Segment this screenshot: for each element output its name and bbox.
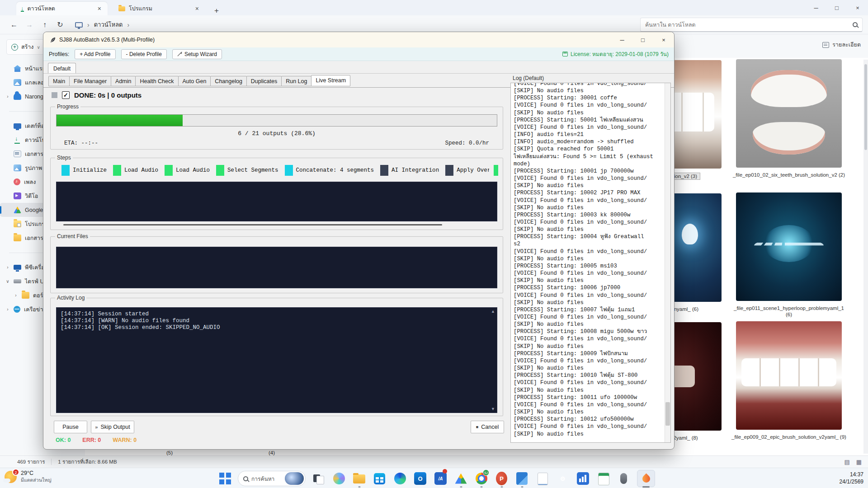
log-line: [VOICE] Found 0 files in vdo_long_sound/ <box>514 423 669 430</box>
log-line: [SKIP] No audio files <box>514 255 669 263</box>
sidebar-item-icon <box>14 65 21 72</box>
forward-icon[interactable]: → <box>22 21 37 29</box>
breadcrumb[interactable]: › ดาวน์โหลด › <box>75 20 129 29</box>
refresh-icon[interactable]: ↻ <box>52 20 68 29</box>
cancel-button[interactable]: ■ Cancel <box>471 421 504 433</box>
delete-profile-button[interactable]: - Delete Profile <box>121 49 167 59</box>
file-item[interactable]: _file_ep009_02_epic_brush_solution_v2yam… <box>729 321 849 440</box>
file-caption-fragment: (5) <box>166 450 173 455</box>
setup-wizard-button[interactable]: Setup Wizard <box>172 49 222 59</box>
expander-icon[interactable]: › <box>5 94 10 99</box>
list-view-icon[interactable]: ▤ <box>844 459 849 465</box>
ms-store-icon[interactable] <box>373 470 387 487</box>
app-titlebar[interactable]: SJ88 AutoBatch v26.5.3 (Multi-Profile) ─… <box>43 32 674 47</box>
app-tab[interactable]: Admin <box>111 76 136 86</box>
file-explorer-icon[interactable] <box>352 470 366 487</box>
up-icon[interactable]: ↑ <box>37 21 52 29</box>
app-tab[interactable]: Changelog <box>210 76 246 86</box>
task-view-icon[interactable] <box>311 470 326 487</box>
file-caption[interactable]: _file_ep009_02_epic_brush_solution_v2yam… <box>729 434 849 440</box>
app-tab[interactable]: Live Stream <box>311 75 350 86</box>
steps-group: Steps Initialize Load Audio L <box>50 158 503 230</box>
log-scrollbar-thumb[interactable] <box>665 402 670 426</box>
file-item[interactable]: _file_ep010_02_six_teeth_brush_solution_… <box>729 59 849 178</box>
outlook-icon[interactable]: O <box>413 470 427 487</box>
chrome-profile-icon[interactable]: SJ <box>474 470 488 487</box>
log-scrollbar[interactable] <box>665 83 670 442</box>
expander-icon[interactable]: › <box>5 307 10 312</box>
explorer-search[interactable] <box>640 18 863 32</box>
mouse-utility-icon[interactable] <box>617 470 631 487</box>
expander-icon[interactable]: ∨ <box>5 279 10 284</box>
done-checkbox[interactable]: ✓ <box>62 91 70 99</box>
taskbar-clock[interactable]: 14:37 24/1/2569 <box>840 471 863 485</box>
powerpoint-icon[interactable]: P <box>495 470 509 487</box>
log-line: [PROCESS] Starting: 10011 ufo 100000w <box>514 394 669 401</box>
sidebar-item-icon <box>14 206 21 213</box>
sidebar-item-icon <box>14 192 21 199</box>
file-caption[interactable]: _file_ep011_scene1_hyperloop_problemyaml… <box>729 305 849 318</box>
copilot-icon[interactable] <box>332 470 346 487</box>
app-tab[interactable]: Duplicates <box>246 76 282 86</box>
taskbar-search-label: การค้นหา <box>251 474 282 483</box>
file-caption[interactable]: _file_ep010_02_six_teeth_brush_solution_… <box>729 172 849 178</box>
steps-canvas <box>56 182 497 221</box>
profile-tab-default[interactable]: Default <box>48 63 76 74</box>
steps-scrollbar[interactable] <box>63 224 442 225</box>
app-tab[interactable]: Main <box>48 76 70 86</box>
current-files-group: Current Files <box>50 236 503 293</box>
step-chip: Select Segments <box>216 165 278 176</box>
app-tab[interactable]: Run Log <box>281 76 311 86</box>
explorer-tab-programs[interactable]: โปรแกรม × <box>114 2 205 15</box>
weather-widget[interactable]: 2 29°C มีแดดส่วนใหญ่ <box>5 470 52 484</box>
back-icon[interactable]: ← <box>6 21 22 29</box>
explorer-tab-downloads[interactable]: ↓ ดาวน์โหลด × <box>16 2 108 15</box>
pause-button[interactable]: Pause <box>54 421 87 433</box>
log-line: [VOICE] Found 0 files in vdo_long_sound/ <box>514 357 669 365</box>
google-drive-icon[interactable] <box>454 470 468 487</box>
skip-output-button[interactable]: » Skip Output <box>91 421 134 433</box>
close-icon[interactable]: × <box>653 37 674 43</box>
log-pane[interactable]: [VOICE] Found 0 files in vdo_long_sound/… <box>510 83 671 443</box>
app-tab[interactable]: Auto Gen <box>178 76 211 86</box>
grid-view-icon[interactable]: ▦ <box>856 459 862 465</box>
add-profile-button[interactable]: + Add Profile <box>75 49 115 59</box>
taskbar-search[interactable]: การค้นหา <box>238 471 306 486</box>
minimize-icon[interactable]: ─ <box>806 5 826 11</box>
breadcrumb-path[interactable]: ดาวน์โหลด <box>94 20 123 29</box>
new-button[interactable]: + สร้าง ∨ <box>6 39 45 55</box>
app-tab[interactable]: File Manager <box>69 76 111 86</box>
file-item[interactable]: _file_ep011_scene1_hyperloop_problemyaml… <box>729 192 849 318</box>
start-button[interactable] <box>218 470 232 487</box>
edge-icon[interactable] <box>393 470 407 487</box>
autobatch-active-app-icon[interactable] <box>637 470 655 487</box>
new-tab-button[interactable]: + <box>212 6 222 15</box>
notes-app-icon[interactable] <box>535 470 549 487</box>
sidebar-item-label: Narong <box>25 94 43 100</box>
close-tab-icon[interactable]: × <box>193 5 201 12</box>
minimize-icon[interactable]: ─ <box>612 37 632 43</box>
files-scrollbar[interactable] <box>863 60 868 454</box>
sharp-app-icon[interactable] <box>515 470 529 487</box>
expander-icon[interactable]: › <box>14 293 18 298</box>
close-tab-icon[interactable]: × <box>96 5 103 12</box>
scroll-up-icon[interactable]: ▲ <box>491 309 495 314</box>
spreadsheet-app-icon[interactable] <box>596 470 610 487</box>
sidebar-item-icon <box>14 265 21 270</box>
details-button[interactable]: รายละเอียด <box>822 40 861 49</box>
scroll-down-icon[interactable]: ▼ <box>491 407 495 411</box>
search-icon <box>853 22 858 27</box>
maximize-icon[interactable]: □ <box>632 37 653 43</box>
dev-app-icon[interactable]: /A <box>434 470 448 487</box>
close-icon[interactable]: × <box>847 5 868 11</box>
log-line: [SKIP] No audio files <box>514 87 669 94</box>
expander-icon[interactable]: › <box>5 265 10 270</box>
maximize-icon[interactable]: □ <box>826 5 847 11</box>
search-highlight-image[interactable] <box>285 472 304 485</box>
chart-app-icon[interactable] <box>576 470 590 487</box>
progress-group: Progress 6 / 21 outputs (28.6%) ETA: --:… <box>50 107 503 150</box>
settings-gear-icon[interactable]: ⚙ <box>556 470 570 487</box>
app-tab[interactable]: Health Check <box>135 76 178 86</box>
stop-square-icon[interactable] <box>52 92 57 98</box>
search-input[interactable] <box>645 22 849 28</box>
